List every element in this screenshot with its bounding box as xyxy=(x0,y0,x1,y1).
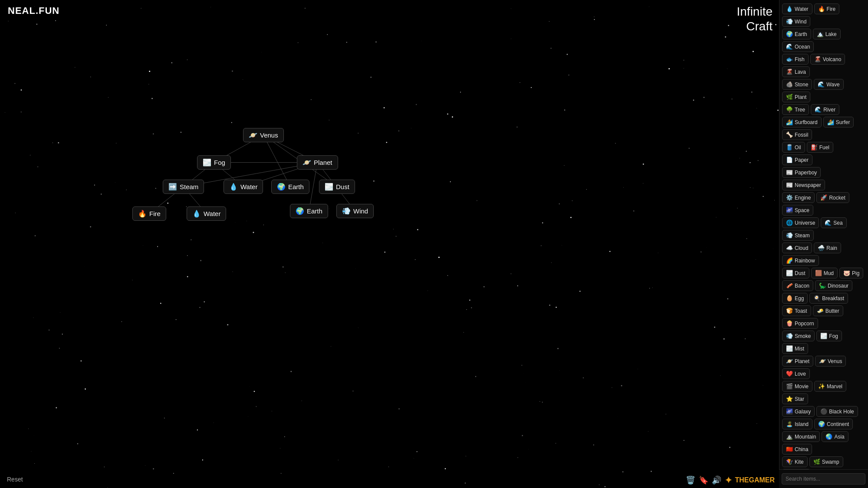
sidebar-item-galaxy[interactable]: 🌌Galaxy xyxy=(782,406,815,417)
item-label: Lava xyxy=(795,69,806,75)
node-water2[interactable]: 💧Water xyxy=(187,206,226,221)
sidebar-row: 🐟Fish🌋Volcano🌋Lava xyxy=(782,54,865,77)
search-input[interactable] xyxy=(782,473,865,485)
thegamer-symbol: ✦ xyxy=(725,475,732,485)
sidebar-item-dust[interactable]: 🌫️Dust xyxy=(782,268,809,278)
sidebar-item-stone[interactable]: 🪨Stone xyxy=(782,79,812,90)
item-label: Fire xyxy=(827,6,836,12)
item-label: Bacon xyxy=(795,283,809,289)
sidebar-item-tree[interactable]: 🌳Tree xyxy=(782,104,809,115)
sidebar-item-continent[interactable]: 🌍Continent xyxy=(814,419,853,429)
bookmark-icon[interactable]: 🔖 xyxy=(699,475,708,485)
sidebar-item-engine[interactable]: ⚙️Engine xyxy=(782,192,815,203)
item-label: Surfer xyxy=(836,119,850,125)
item-label: Cloud xyxy=(795,245,808,251)
item-icon: 📰 xyxy=(786,182,793,188)
sidebar-item-egg[interactable]: 🥚Egg xyxy=(782,293,808,304)
sidebar-item-sea[interactable]: 🌊Sea xyxy=(821,217,846,228)
sidebar-item-fuel[interactable]: ⛽Fuel xyxy=(807,142,833,153)
item-icon: 🪐 xyxy=(819,358,826,364)
sidebar-item-kite[interactable]: 🪁Kite xyxy=(782,456,808,467)
sidebar-item-surfboard[interactable]: 🏄Surfboard xyxy=(782,117,822,128)
sidebar-item-dinosaur[interactable]: 🦕Dinosaur xyxy=(815,280,852,291)
node-dust[interactable]: 🌫️Dust xyxy=(319,180,355,194)
sidebar-item-smoke[interactable]: 💨Smoke xyxy=(782,331,815,341)
node-wind[interactable]: 💨Wind xyxy=(336,204,374,218)
node-steam[interactable]: ➡️Steam xyxy=(163,180,204,194)
sidebar-item-bacon[interactable]: 🥓Bacon xyxy=(782,280,813,291)
sidebar-item-paper[interactable]: 📄Paper xyxy=(782,154,812,165)
item-icon: 🔥 xyxy=(818,6,825,12)
sidebar-item-butter[interactable]: 🧈Butter xyxy=(813,305,843,316)
sidebar-item-venus[interactable]: 🪐Venus xyxy=(815,356,846,367)
sidebar-item-fossil[interactable]: 🦴Fossil xyxy=(782,129,812,140)
sidebar-item-water[interactable]: 💧Water xyxy=(782,3,812,14)
item-icon: 🌳 xyxy=(786,106,793,113)
sidebar-item-breakfast[interactable]: 🍳Breakfast xyxy=(809,293,848,304)
item-label: Mountain xyxy=(795,434,816,440)
item-label: Steam xyxy=(795,233,810,239)
sidebar-item-mountain[interactable]: ⛰️Mountain xyxy=(782,431,820,442)
sidebar-item-steam[interactable]: 💨Steam xyxy=(782,230,814,241)
sidebar-item-pig[interactable]: 🐷Pig xyxy=(839,268,863,278)
item-label: Tree xyxy=(795,107,805,113)
sidebar-item-black-hole[interactable]: ⚫Black Hole xyxy=(816,406,858,417)
item-label: Wave xyxy=(826,82,839,88)
sidebar-item-rocket[interactable]: 🚀Rocket xyxy=(816,192,849,203)
volume-icon[interactable]: 🔊 xyxy=(712,475,721,485)
reset-button[interactable]: Reset xyxy=(7,476,23,483)
node-venus[interactable]: 🪐Venus xyxy=(243,128,284,142)
sidebar-item-fire[interactable]: 🔥Fire xyxy=(814,3,840,14)
sidebar-item-movie[interactable]: 🎬Movie xyxy=(782,381,812,392)
sidebar-item-universe[interactable]: 🌐Universe xyxy=(782,217,819,228)
node-fog[interactable]: 🌫️Fog xyxy=(197,155,231,170)
sidebar-item-newspaper[interactable]: 📰Newspaper xyxy=(782,180,825,190)
sidebar-row: 🏝️Island🌍Continent xyxy=(782,419,865,429)
sidebar-item-ocean[interactable]: 🌊Ocean xyxy=(782,41,814,52)
sidebar-item-lake[interactable]: 🏔️Lake xyxy=(813,29,841,39)
item-icon: 🌫️ xyxy=(786,345,793,352)
sidebar-item-fog[interactable]: 🌫️Fog xyxy=(816,331,842,341)
node-fire[interactable]: 🔥Fire xyxy=(132,206,166,221)
sidebar-item-mist[interactable]: 🌫️Mist xyxy=(782,343,808,354)
sidebar-item-lava[interactable]: 🌋Lava xyxy=(782,66,810,77)
sidebar-item-rainbow[interactable]: 🌈Rainbow xyxy=(782,255,819,266)
sidebar-item-planet[interactable]: 🪐Planet xyxy=(782,356,813,367)
sidebar-item-wind[interactable]: 💨Wind xyxy=(782,16,810,27)
sidebar-item-space[interactable]: 🌌Space xyxy=(782,205,813,216)
item-icon: 💨 xyxy=(786,333,793,339)
sidebar-item-swamp[interactable]: 🌿Swamp xyxy=(809,456,843,467)
sidebar-item-cloud[interactable]: ☁️Cloud xyxy=(782,242,812,253)
item-label: Planet xyxy=(795,358,809,364)
sidebar-item-love[interactable]: ❤️Love xyxy=(782,368,810,379)
node-water1[interactable]: 💧Water xyxy=(224,180,263,194)
sidebar-item-mud[interactable]: 🟫Mud xyxy=(811,268,838,278)
sidebar-item-surfer[interactable]: 🏄Surfer xyxy=(823,117,854,128)
sidebar-item-toast[interactable]: 🍞Toast xyxy=(782,305,811,316)
sidebar-item-fish[interactable]: 🐟Fish xyxy=(782,54,809,65)
item-label: Surfboard xyxy=(795,119,818,125)
sidebar-item-earth[interactable]: 🌍Earth xyxy=(782,29,811,39)
item-label: Love xyxy=(795,371,806,377)
item-icon: 🏔️ xyxy=(817,31,824,37)
node-earth1[interactable]: 🌍Earth xyxy=(271,180,309,194)
sidebar-item-marvel[interactable]: ✨Marvel xyxy=(814,381,846,392)
sidebar-item-wave[interactable]: 🌊Wave xyxy=(814,79,843,90)
sidebar-item-star[interactable]: ⭐Star xyxy=(782,393,808,404)
sidebar-item-china[interactable]: 🇨🇳China xyxy=(782,444,812,455)
item-icon: ⛰️ xyxy=(786,433,793,440)
sidebar-item-river[interactable]: 🌊River xyxy=(811,104,839,115)
node-planet[interactable]: 🪐Planet xyxy=(297,155,338,170)
sidebar-item-island[interactable]: 🏝️Island xyxy=(782,419,812,429)
node-earth2[interactable]: 🌍Earth xyxy=(290,204,328,218)
sidebar-item-paperboy[interactable]: 📰Paperboy xyxy=(782,167,821,178)
trash-icon[interactable]: 🗑️ xyxy=(686,475,695,485)
sidebar-item-volcano[interactable]: 🌋Volcano xyxy=(810,54,845,65)
item-icon: 📰 xyxy=(786,169,793,176)
sidebar-item-oil[interactable]: 🛢️Oil xyxy=(782,142,805,153)
sidebar-item-asia[interactable]: 🌏Asia xyxy=(822,431,848,442)
sidebar-item-popcorn[interactable]: 🍿Popcorn xyxy=(782,318,818,329)
sidebar-item-plant[interactable]: 🌿Plant xyxy=(782,92,810,102)
sidebar-item-rain[interactable]: 🌧️Rain xyxy=(814,242,841,253)
item-label: Kite xyxy=(795,459,804,465)
